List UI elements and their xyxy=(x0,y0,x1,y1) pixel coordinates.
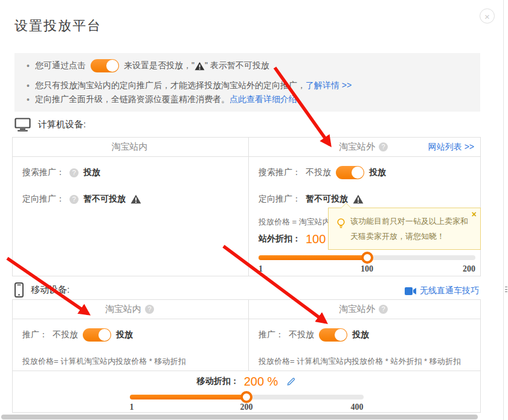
info-text: " 表示暂不可投放 xyxy=(205,60,269,71)
page-title: 设置投放平台 xyxy=(14,17,101,35)
info-text: 您可通过点击 xyxy=(35,60,86,71)
mobile-outside-formula: 投放价格= 计算机淘宝站内投放价格 * 站外折扣 * 移动折扣 xyxy=(259,356,475,367)
computer-section-header: 计算机设备: xyxy=(14,118,86,132)
tick-max: 200 xyxy=(463,265,475,273)
info-text: 来设置是否投放，" xyxy=(124,60,195,71)
outside-discount-slider[interactable] xyxy=(259,255,475,260)
tooltip-text: 该功能目前只对一钻及以上卖家和天猫卖家开放，请您知晓！ xyxy=(350,217,468,241)
mobile-outside-toggle[interactable] xyxy=(319,328,347,342)
info-text: 您只有投放淘宝站内的定向推广后，才能选择投放淘宝站外的定向推广， xyxy=(35,80,306,91)
help-icon[interactable] xyxy=(69,195,79,204)
wireless-tips-label: 无线直通车技巧 xyxy=(420,285,479,296)
column-divider xyxy=(248,138,249,276)
column-title: 淘宝站外 xyxy=(339,141,375,153)
toggle-knob xyxy=(98,329,111,341)
mobile-discount-slider-wrap: 1 200 400 xyxy=(130,395,364,412)
toggle-off-label: 不投放 xyxy=(53,329,78,340)
search-promo-label: 搜索推广： xyxy=(259,167,301,178)
help-icon[interactable] xyxy=(69,168,79,177)
mobile-outside-cell: 推广： 不投放 投放 投放价格= 计算机淘宝站内投放价格 * 站外折扣 * 移动… xyxy=(259,319,475,367)
computer-icon xyxy=(14,118,31,132)
slider-fill xyxy=(130,395,247,399)
column-title: 淘宝站内 xyxy=(112,141,148,153)
close-icon: × xyxy=(484,11,490,22)
help-icon[interactable] xyxy=(379,305,388,314)
column-title: 淘宝站内 xyxy=(105,304,141,315)
search-promo-value: 投放 xyxy=(83,167,100,178)
computer-inside-header: 淘宝站内 xyxy=(13,138,246,156)
target-promo-label: 定向推广： xyxy=(259,194,301,205)
slider-handle[interactable] xyxy=(361,252,373,264)
mobile-inside-toggle[interactable] xyxy=(83,328,111,342)
example-toggle[interactable] xyxy=(91,59,119,72)
horizontal-scrollbar[interactable] xyxy=(1,415,478,419)
search-promo-label: 搜索推广： xyxy=(22,167,65,178)
column-title: 淘宝站外 xyxy=(339,304,375,315)
info-box: • 您可通过点击 来设置是否投放，" " 表示暂不可投放 • 您只有投放淘宝站内… xyxy=(14,53,480,112)
outside-discount-label: 站外折扣： xyxy=(259,234,301,244)
search-promo-row: 搜索推广： 投放 xyxy=(22,166,240,179)
help-icon[interactable] xyxy=(145,305,154,314)
search-promo-row: 搜索推广： 不投放 投放 xyxy=(259,166,475,179)
mobile-section-title: 移动设备: xyxy=(31,284,69,296)
mobile-section-header: 移动设备: xyxy=(14,282,69,298)
mobile-discount-label: 移动折扣： xyxy=(197,376,239,387)
computer-inside-cell: 搜索推广： 投放 定向推广： 暂不可投放 xyxy=(22,156,240,206)
target-promo-row: 定向推广： 暂不可投放 xyxy=(259,192,475,206)
toggle-off-label: 不投放 xyxy=(306,167,331,178)
tick-mid: 200 xyxy=(240,403,253,412)
warning-icon xyxy=(353,194,364,204)
help-icon[interactable] xyxy=(379,142,388,151)
target-promo-row: 定向推广： 暂不可投放 xyxy=(22,192,240,206)
mobile-inside-formula: 投放价格= 计算机淘宝站内投放价格 * 移动折扣 xyxy=(22,356,240,367)
tooltip-pointer xyxy=(341,203,351,208)
toggle-off-label: 不投放 xyxy=(289,329,314,340)
tick-min: 1 xyxy=(259,265,263,273)
bullet-icon: • xyxy=(27,61,30,71)
computer-table-header: 淘宝站内 淘宝站外 网站列表 >> xyxy=(13,138,480,157)
tick-max: 400 xyxy=(351,403,364,412)
mobile-discount-section: 移动折扣： 200 % 1 200 400 xyxy=(13,371,480,412)
computer-outside-header: 淘宝站外 网站列表 >> xyxy=(246,138,480,156)
mobile-discount-row: 移动折扣： 200 % xyxy=(13,374,480,389)
set-platform-dialog: 设置投放平台 × • 您可通过点击 来设置是否投放，" " 表示暂不可投放 • … xyxy=(0,0,508,420)
mobile-icon xyxy=(14,282,24,298)
dialog-close-button[interactable]: × xyxy=(480,8,495,24)
tooltip-close-icon[interactable]: × xyxy=(472,209,477,219)
slider-handle[interactable] xyxy=(240,391,252,403)
mobile-discount-value: 200 % xyxy=(244,375,278,389)
slider-ticks: 1 200 400 xyxy=(130,403,364,412)
toggle-on-label: 投放 xyxy=(352,329,369,340)
slider-fill xyxy=(259,255,367,260)
computer-table: 淘宝站内 淘宝站外 网站列表 >> 搜索推广： 投放 定向推广： 暂不可投放 xyxy=(12,137,481,276)
wireless-tips-link[interactable]: 无线直通车技巧 xyxy=(405,285,479,296)
info-bullet-2: • 您只有投放淘宝站内的定向推广后，才能选择投放淘宝站外的定向推广， 了解详情 … xyxy=(27,80,480,92)
mobile-table: 淘宝站内 淘宝站外 推广： 不投放 投放 投放价格= 计算机淘宝站内投放价格 *… xyxy=(12,299,481,413)
toggle-knob xyxy=(106,60,118,72)
edit-icon[interactable] xyxy=(286,377,296,386)
learn-more-link[interactable]: 了解详情 >> xyxy=(306,80,352,91)
promo-row: 推广： 不投放 投放 xyxy=(22,328,240,342)
detail-intro-link[interactable]: 点此查看详细介绍 xyxy=(230,94,297,105)
video-icon xyxy=(405,287,416,295)
mobile-discount-slider[interactable] xyxy=(130,395,364,399)
mobile-inside-cell: 推广： 不投放 投放 投放价格= 计算机淘宝站内投放价格 * 移动折扣 xyxy=(22,319,240,367)
info-text: 定向推广全面升级，全链路资源位覆盖精准消费者。 xyxy=(35,94,230,105)
target-promo-value: 暂不可投放 xyxy=(83,194,126,205)
warning-icon xyxy=(195,62,205,71)
promo-label: 推广： xyxy=(22,329,48,340)
bullet-icon: • xyxy=(27,95,30,104)
site-list-link[interactable]: 网站列表 >> xyxy=(428,142,474,153)
mobile-inside-header: 淘宝站内 xyxy=(13,300,246,319)
lightbulb-icon xyxy=(336,218,346,230)
info-bullet-1: • 您可通过点击 来设置是否投放，" " 表示暂不可投放 xyxy=(27,58,480,74)
toggle-on-label: 投放 xyxy=(116,329,133,340)
outside-search-toggle[interactable] xyxy=(336,166,364,179)
clipped-page-fragment xyxy=(505,287,507,293)
right-gutter xyxy=(503,0,508,420)
toggle-knob xyxy=(352,167,364,179)
slider-ticks: 1 100 200 xyxy=(259,265,475,273)
promo-label: 推广： xyxy=(259,329,284,340)
mobile-outside-header: 淘宝站外 xyxy=(246,300,480,319)
computer-section-title: 计算机设备: xyxy=(38,119,86,130)
